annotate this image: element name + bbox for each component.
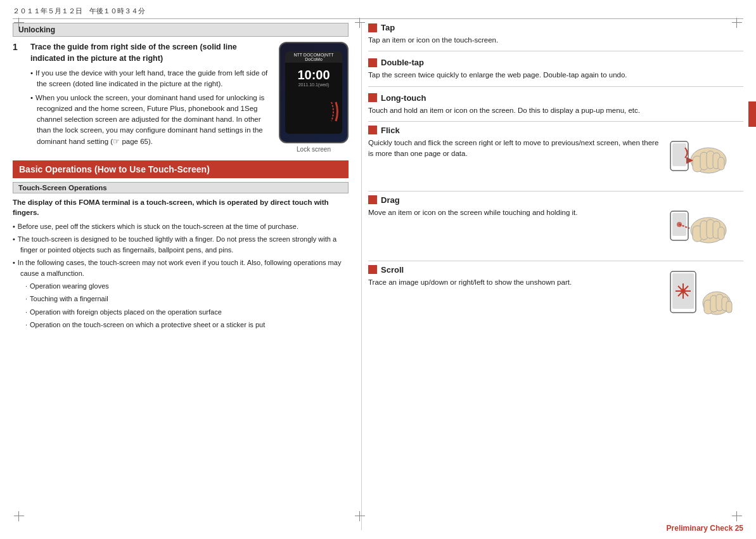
flick-gesture-img [667, 126, 743, 185]
long-touch-section-title: Long-touch [368, 93, 743, 103]
flick-section-title: Flick [368, 126, 661, 135]
crosshair-top-right [732, 18, 742, 28]
scroll-gesture-img [667, 265, 743, 327]
svg-rect-13 [718, 227, 724, 240]
flick-hand-svg [667, 126, 737, 183]
divider-3 [368, 121, 743, 122]
phone-mockup: NTT DOCOMO|NTT DoCoMo 10:00 2011.10.1(we… [279, 42, 349, 143]
divider-1 [368, 51, 743, 51]
bold-para: The display of this FOMA terminal is a t… [13, 197, 349, 218]
scroll-body: Trace an image up/down or right/left to … [368, 277, 661, 288]
bullet-1: Before use, peel off the stickers which … [13, 221, 349, 232]
long-touch-label: Long-touch [381, 93, 426, 103]
drag-text: Drag Move an item or icon on the screen … [368, 195, 661, 223]
tap-icon [368, 23, 377, 32]
scroll-text: Scroll Trace an image up/down or right/l… [368, 265, 661, 293]
svg-rect-5 [718, 157, 724, 170]
step-bullets: If you use the device with your left han… [30, 68, 271, 147]
tap-body: Tap an item or icon on the touch-screen. [368, 35, 743, 46]
step-bullet-1: If you use the device with your left han… [30, 68, 271, 90]
right-column: Tap Tap an item or icon on the touch-scr… [361, 23, 743, 530]
phone-arc-svg [307, 96, 339, 127]
sub-bullet-3: Operation with foreign objects placed on… [13, 307, 349, 318]
crosshair-top-center [355, 18, 365, 28]
scroll-label: Scroll [381, 265, 404, 275]
step-bullet-2: When you unlock the screen, your dominan… [30, 93, 271, 147]
phone-date-small: 2011.10.1(wed) [285, 82, 342, 87]
svg-rect-7 [672, 143, 686, 166]
crosshair-bottom-right [732, 511, 742, 521]
step-number: 1 [13, 42, 23, 153]
phone-screen-header: NTT DOCOMO|NTT DoCoMo [285, 51, 342, 63]
phone-screen: NTT DOCOMO|NTT DoCoMo 10:00 2011.10.1(we… [285, 51, 342, 134]
drag-body: Move an item or icon on the screen while… [368, 207, 661, 218]
drag-row: Drag Move an item or icon on the screen … [368, 195, 743, 254]
drag-icon [368, 195, 377, 204]
double-tap-label: Double-tap [381, 58, 424, 67]
red-decoration [748, 101, 756, 127]
bullet-2: The touch-screen is designed to be touch… [13, 234, 349, 256]
tap-label: Tap [381, 23, 395, 32]
main-layout: Unlocking 1 Trace the guide from right s… [13, 23, 743, 530]
flick-label: Flick [381, 126, 400, 135]
svg-point-23 [681, 289, 686, 294]
long-touch-body: Touch and hold an item or icon on the sc… [368, 105, 743, 116]
double-tap-icon [368, 58, 377, 67]
phone-image-container: NTT DOCOMO|NTT DoCoMo 10:00 2011.10.1(we… [279, 42, 349, 153]
page-container: ２０１１年５月１２日 午後１０時３４分 Unlocking 1 Trace th… [0, 0, 756, 539]
drag-section-title: Drag [368, 195, 661, 205]
crosshair-top-left [14, 18, 24, 28]
sub-bullet-1: Operation wearing gloves [13, 281, 349, 292]
tap-section-title: Tap [368, 23, 743, 32]
flick-body: Quickly touch and flick the screen right… [368, 138, 661, 160]
basic-ops-header: Basic Operations (How to Use Touch-Scree… [13, 160, 349, 178]
scroll-row: Scroll Trace an image up/down or right/l… [368, 265, 743, 327]
svg-rect-29 [726, 301, 732, 313]
step-1-row: 1 Trace the guide from right side of the… [13, 42, 349, 153]
flick-text: Flick Quickly touch and flick the screen… [368, 126, 661, 165]
sub-bullet-2: Touching with a fingernail [13, 294, 349, 304]
divider-2 [368, 86, 743, 87]
phone-time: 10:00 [285, 68, 342, 82]
step-title: Trace the guide from right side of the s… [30, 42, 271, 64]
scroll-icon [368, 265, 377, 274]
long-touch-icon [368, 93, 377, 102]
drag-hand-svg [667, 195, 737, 252]
scroll-section-title: Scroll [368, 265, 661, 275]
step-content: Trace the guide from right side of the s… [30, 42, 271, 153]
header-date: ２０１１年５月１２日 午後１０時３４分 [13, 6, 743, 19]
divider-5 [368, 261, 743, 261]
crosshair-bottom-center [355, 511, 365, 521]
sub-bullet-4: Operation on the touch-screen on which a… [13, 320, 349, 330]
drag-label: Drag [381, 195, 400, 205]
drag-gesture-img [667, 195, 743, 254]
flick-row: Flick Quickly touch and flick the screen… [368, 126, 743, 185]
footer-text: Preliminary Check 25 [667, 524, 743, 533]
crosshair-bottom-left [14, 511, 24, 521]
left-column: Unlocking 1 Trace the guide from right s… [13, 23, 349, 530]
double-tap-section-title: Double-tap [368, 58, 743, 67]
lock-screen-label: Lock screen [279, 146, 349, 153]
bullet-list: Before use, peel off the stickers which … [13, 221, 349, 330]
touch-screen-ops-header: Touch-Screen Operations [13, 182, 349, 193]
divider-4 [368, 191, 743, 192]
flick-icon [368, 126, 377, 134]
double-tap-body: Tap the screen twice quickly to enlarge … [368, 70, 743, 81]
bullet-3: In the following cases, the touch-screen… [13, 257, 349, 279]
scroll-hand-svg [667, 265, 737, 325]
unlocking-header: Unlocking [13, 23, 349, 37]
